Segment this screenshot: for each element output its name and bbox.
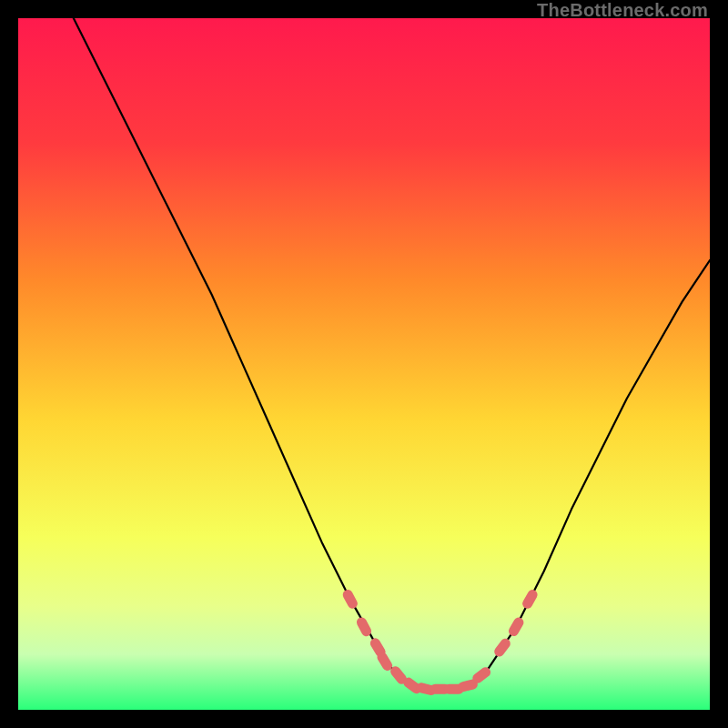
chart-frame	[18, 18, 710, 710]
watermark-text: TheBottleneck.com	[537, 0, 708, 21]
gradient-background	[18, 18, 710, 710]
bottleneck-plot	[18, 18, 710, 710]
